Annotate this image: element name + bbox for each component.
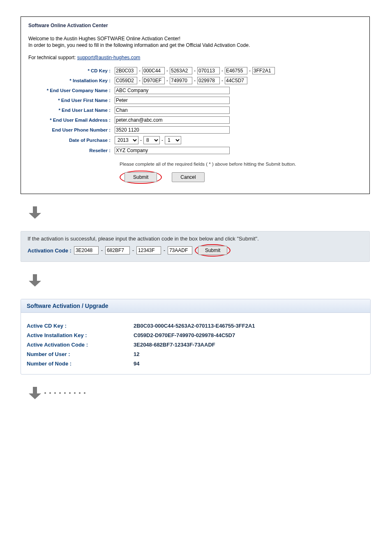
actcode-seg-3[interactable] <box>136 246 161 254</box>
dot-icon <box>44 392 46 394</box>
label-num-node: Number of Node : <box>27 361 134 367</box>
result-panel-title: Software Activation / Upgrade <box>21 299 370 313</box>
dot-icon <box>74 392 76 394</box>
phone-input[interactable] <box>115 126 230 134</box>
activation-result-panel: Software Activation / Upgrade Active CD … <box>21 299 371 375</box>
down-arrow-icon <box>29 206 41 219</box>
activation-form-panel: Software Online Activation Center Welcom… <box>21 16 370 194</box>
company-input[interactable] <box>115 87 230 94</box>
instkey-seg-2[interactable] <box>142 77 165 84</box>
activation-code-panel: If the activation is successful, please … <box>21 231 370 262</box>
submit-button[interactable]: Submit <box>125 172 157 182</box>
value-num-node: 94 <box>134 361 364 367</box>
label-firstname: * End User First Name : <box>28 98 115 103</box>
dot-icon <box>64 392 66 394</box>
instkey-seg-4[interactable] <box>197 77 220 84</box>
label-company: * End User Company Name : <box>28 88 115 93</box>
cdkey-seg-4[interactable] <box>197 67 220 74</box>
down-arrow-icon <box>29 274 41 287</box>
label-email: * End User Email Address : <box>28 118 115 123</box>
dot-icon <box>49 392 51 394</box>
support-prefix: For technical support: <box>28 55 77 60</box>
value-active-actcode: 3E2048-682BF7-12343F-73AADF <box>134 342 364 348</box>
cancel-button[interactable]: Cancel <box>172 172 204 182</box>
instkey-seg-3[interactable] <box>170 77 192 84</box>
date-year-select[interactable]: 2013 <box>115 136 138 144</box>
submit2-highlight-circle: Submit <box>195 244 231 257</box>
cdkey-seg-5[interactable] <box>225 67 247 74</box>
label-date: Date of Purchase : <box>28 138 115 143</box>
dot-icon <box>69 392 71 394</box>
cdkey-seg-1[interactable] <box>115 67 137 74</box>
label-phone: End User Phone Number : <box>28 127 115 132</box>
date-day-select[interactable]: 1 <box>165 136 181 144</box>
form-grid: * CD Key : ----- * Installation Key : --… <box>28 67 362 154</box>
cdkey-seg-3[interactable] <box>170 67 192 74</box>
activation-code-label: Activation Code : <box>28 247 71 254</box>
label-reseller: Reseller : <box>28 148 115 153</box>
label-num-user: Number of User : <box>27 351 134 357</box>
label-active-cdkey: Active CD Key : <box>27 323 134 329</box>
date-inputs: 2013-8-1 <box>115 136 362 144</box>
down-arrow-icon <box>29 387 41 399</box>
label-lastname: * End User Last Name : <box>28 108 115 113</box>
cdkey-seg-6[interactable] <box>252 67 275 74</box>
actcode-seg-4[interactable] <box>168 246 192 254</box>
cdkey-inputs: ----- <box>115 67 362 74</box>
actcode-seg-1[interactable] <box>74 246 99 254</box>
firstname-input[interactable] <box>115 97 230 104</box>
panel-title: Software Online Activation Center <box>28 23 362 28</box>
dot-icon <box>54 392 56 394</box>
reseller-input[interactable] <box>115 147 230 154</box>
email-input[interactable] <box>115 116 230 124</box>
label-active-actcode: Active Activation Code : <box>27 342 134 348</box>
button-row: Submit Cancel <box>120 171 362 184</box>
activation-submit-button[interactable]: Submit <box>198 246 227 255</box>
activation-message: If the activation is successful, please … <box>28 236 363 242</box>
label-instkey: * Installation Key : <box>28 78 115 83</box>
cdkey-seg-2[interactable] <box>142 67 165 74</box>
intro-line-2: In order to begin, you need to fill in t… <box>28 42 362 48</box>
instkey-inputs: ---- <box>115 77 362 84</box>
down-arrow-with-dots <box>29 387 392 399</box>
value-active-instkey: C059D2-D970EF-749970-029978-44C5D7 <box>134 332 364 338</box>
value-active-cdkey: 2B0C03-000C44-5263A2-070113-E46755-3FF2A… <box>134 323 364 329</box>
actcode-seg-2[interactable] <box>105 246 130 254</box>
dot-icon <box>84 392 85 394</box>
activation-code-row: Activation Code : - - - Submit <box>28 244 363 257</box>
result-kv-grid: Active CD Key : 2B0C03-000C44-5263A2-070… <box>27 323 364 367</box>
dot-icon <box>79 392 81 394</box>
date-month-select[interactable]: 8 <box>143 136 160 144</box>
dot-icon <box>59 392 61 394</box>
instkey-seg-5[interactable] <box>225 77 247 84</box>
submit-highlight-circle: Submit <box>120 171 162 184</box>
value-num-user: 12 <box>134 351 364 357</box>
required-note: Please complete all of the required fiel… <box>120 162 362 166</box>
support-line: For technical support: support@austin-hu… <box>28 55 362 60</box>
instkey-seg-1[interactable] <box>115 77 137 84</box>
label-cdkey: * CD Key : <box>28 68 115 73</box>
intro-line-1: Welcome to the Austin Hughes SOFTWARE On… <box>28 36 362 42</box>
support-email-link[interactable]: support@austin-hughes.com <box>77 55 141 60</box>
label-active-instkey: Active Installation Key : <box>27 332 134 338</box>
lastname-input[interactable] <box>115 106 230 114</box>
